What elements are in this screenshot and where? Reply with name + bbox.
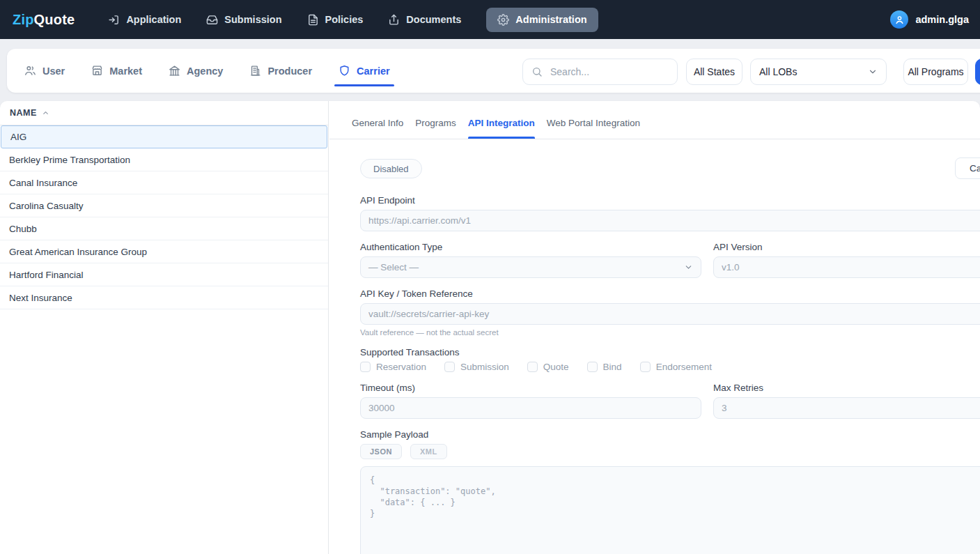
upload-icon	[388, 14, 400, 26]
add-button-clipped[interactable]	[975, 59, 980, 85]
carrier-name: Canal Insurance	[9, 178, 77, 188]
auth-type-group: Authentication Type — Select —	[360, 243, 701, 278]
username: admin.glga	[915, 14, 969, 25]
entity-toolbar: User Market Agency Producer Carrier	[7, 49, 980, 93]
tab-carrier[interactable]: Carrier	[339, 49, 390, 93]
tab-general-info[interactable]: General Info	[352, 118, 403, 139]
name-column-label: NAME	[10, 108, 37, 118]
sample-payload-editor[interactable]: { "transaction": "quote", "data": { ... …	[360, 466, 980, 554]
checkbox-icon	[640, 362, 651, 372]
carrier-list-pane: NAME AIG Berkley Prime Transportation Ca…	[0, 101, 329, 554]
app-logo: ZipQuote	[13, 12, 75, 28]
status-badge: Disabled	[360, 159, 422, 178]
name-column-header[interactable]: NAME	[0, 101, 328, 125]
users-icon	[24, 65, 36, 77]
auth-type-value: — Select —	[368, 262, 419, 272]
chevron-down-icon	[684, 263, 693, 272]
transactions-checkboxes: Reservation Submission Quote Bind	[360, 362, 980, 372]
carrier-row[interactable]: Hartford Financial	[0, 263, 328, 286]
tab-web-portal-integration[interactable]: Web Portal Integration	[547, 118, 640, 139]
carrier-row[interactable]: Canal Insurance	[0, 171, 328, 194]
checkbox-reservation[interactable]: Reservation	[360, 362, 426, 372]
api-version-label: API Version	[713, 243, 980, 252]
timeout-group: Timeout (ms)	[360, 383, 701, 419]
programs-filter-select[interactable]: All Programs	[903, 59, 968, 85]
tab-label: Producer	[267, 66, 312, 77]
carrier-name: Next Insurance	[9, 293, 72, 303]
search-field[interactable]	[522, 59, 678, 85]
api-key-input[interactable]	[360, 303, 980, 325]
avatar	[890, 10, 908, 29]
tab-programs[interactable]: Programs	[415, 118, 456, 139]
lobs-filter-select[interactable]: All LOBs	[750, 59, 887, 85]
nav-item-administration[interactable]: Administration	[486, 8, 598, 32]
tab-label: Carrier	[357, 66, 390, 77]
tab-label: User	[42, 66, 65, 77]
api-version-input[interactable]	[713, 256, 980, 278]
checkbox-endorsement[interactable]: Endorsement	[640, 362, 712, 372]
sort-ascending-icon	[42, 109, 49, 117]
bank-icon	[169, 65, 180, 77]
tab-agency[interactable]: Agency	[169, 49, 223, 93]
nav-item-policies[interactable]: Policies	[307, 14, 364, 26]
logo-zip: Zip	[13, 12, 34, 27]
auth-version-row: Authentication Type — Select — API Versi…	[360, 243, 980, 278]
checkbox-quote[interactable]: Quote	[527, 362, 569, 372]
content-card: NAME AIG Berkley Prime Transportation Ca…	[0, 101, 980, 554]
login-arrow-icon	[108, 14, 120, 26]
carrier-row[interactable]: Carolina Casualty	[0, 194, 328, 217]
api-key-group: API Key / Token Reference Vault referenc…	[360, 289, 980, 337]
storefront-icon	[91, 65, 103, 77]
checkbox-icon	[360, 362, 371, 372]
nav-label: Documents	[406, 14, 461, 25]
tab-producer[interactable]: Producer	[249, 49, 312, 93]
inbox-icon	[206, 14, 218, 26]
format-xml-button[interactable]: XML	[410, 444, 447, 459]
top-nav: Application Submission Policies Document…	[108, 8, 598, 32]
checkbox-bind[interactable]: Bind	[587, 362, 622, 372]
checkbox-label: Reservation	[376, 362, 426, 372]
checkbox-icon	[527, 362, 538, 372]
carrier-row-selected[interactable]: AIG	[1, 125, 327, 148]
states-filter-value: All States	[694, 66, 735, 77]
chevron-down-icon	[868, 67, 878, 77]
api-endpoint-input[interactable]	[360, 210, 980, 231]
checkbox-icon	[444, 362, 455, 372]
format-json-button[interactable]: JSON	[360, 444, 402, 459]
auth-type-select[interactable]: — Select —	[360, 256, 701, 278]
nav-item-application[interactable]: Application	[108, 14, 181, 26]
max-retries-label: Max Retries	[713, 383, 980, 393]
carrier-row[interactable]: Chubb	[0, 217, 328, 240]
carrier-name: Great American Insurance Group	[9, 247, 147, 257]
gear-icon	[497, 14, 509, 26]
entity-tabs: User Market Agency Producer Carrier	[24, 49, 390, 93]
tab-market[interactable]: Market	[91, 49, 142, 93]
cancel-button[interactable]: Cancel	[955, 157, 980, 179]
payload-format-toggle: JSON XML	[360, 444, 980, 459]
detail-tabs: General Info Programs API Integration We…	[329, 101, 980, 139]
states-filter-select[interactable]: All States	[686, 59, 742, 85]
timeout-label: Timeout (ms)	[360, 383, 701, 393]
nav-item-submission[interactable]: Submission	[206, 14, 281, 26]
sample-payload-label: Sample Payload	[360, 430, 980, 440]
lobs-filter-value: All LOBs	[759, 66, 797, 77]
carrier-row[interactable]: Next Insurance	[0, 286, 328, 309]
api-integration-form: API Endpoint Authentication Type — Selec…	[360, 192, 980, 554]
supported-transactions-group: Supported Transactions Reservation Submi…	[360, 348, 980, 372]
search-icon	[531, 66, 543, 77]
carrier-row[interactable]: Great American Insurance Group	[0, 240, 328, 263]
carrier-detail-pane: General Info Programs API Integration We…	[329, 101, 980, 554]
carrier-name: AIG	[10, 132, 26, 142]
tab-user[interactable]: User	[24, 49, 65, 93]
api-key-helper-text: Vault reference — not the actual secret	[360, 328, 980, 337]
nav-item-documents[interactable]: Documents	[388, 14, 461, 26]
timeout-input[interactable]	[360, 397, 701, 419]
checkbox-submission[interactable]: Submission	[444, 362, 509, 372]
sample-payload-group: Sample Payload JSON XML { "transaction":…	[360, 430, 980, 554]
tab-api-integration[interactable]: API Integration	[468, 118, 535, 139]
search-input[interactable]	[549, 66, 669, 78]
file-text-icon	[307, 14, 319, 26]
carrier-row[interactable]: Berkley Prime Transportation	[0, 148, 328, 171]
user-menu[interactable]: admin.glga	[890, 10, 969, 29]
max-retries-input[interactable]	[713, 397, 980, 419]
